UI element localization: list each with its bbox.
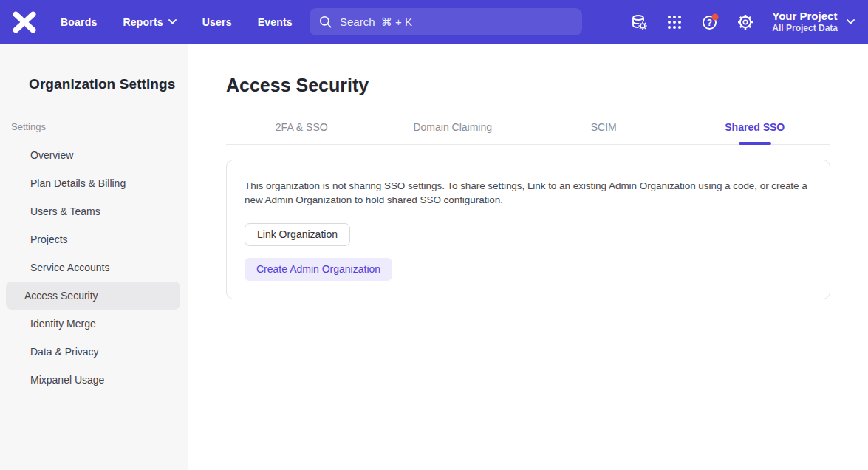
help-icon[interactable]: ? <box>701 13 719 31</box>
navbar-right-group: ? Your Project All Project Data <box>630 0 855 44</box>
sidebar-item-overview[interactable]: Overview <box>6 141 180 169</box>
sidebar-item-mixpanel-usage[interactable]: Mixpanel Usage <box>6 366 180 394</box>
sidebar-item-plan-details-billing[interactable]: Plan Details & Billing <box>6 169 180 197</box>
search-input[interactable] <box>340 16 573 28</box>
chevron-down-icon <box>847 19 855 24</box>
data-management-icon[interactable] <box>630 13 648 31</box>
sidebar-item-identity-merge[interactable]: Identity Merge <box>6 310 180 338</box>
sidebar-item-service-accounts[interactable]: Service Accounts <box>6 253 180 282</box>
sidebar-nav: Overview Plan Details & Billing Users & … <box>0 141 188 394</box>
nav-events[interactable]: Events <box>258 16 293 28</box>
search-icon <box>318 15 332 29</box>
settings-sidebar: Organization Settings Settings Overview … <box>0 44 188 470</box>
project-selector[interactable]: Your Project All Project Data <box>772 10 855 33</box>
project-scope: All Project Data <box>772 23 838 33</box>
sidebar-section-label: Settings <box>11 121 188 132</box>
sidebar-item-data-privacy[interactable]: Data & Privacy <box>6 338 180 366</box>
sidebar-item-users-teams[interactable]: Users & Teams <box>6 197 180 225</box>
link-organization-button[interactable]: Link Organization <box>245 223 350 246</box>
tab-scim[interactable]: SCIM <box>528 121 680 144</box>
nav-reports[interactable]: Reports <box>123 16 176 28</box>
main-content: Access Security 2FA & SSO Domain Claimin… <box>188 44 868 470</box>
nav-boards-label: Boards <box>61 16 97 28</box>
shared-sso-card: This organization is not sharing SSO set… <box>226 160 830 299</box>
top-navbar: Boards Reports Users Events <box>0 0 868 44</box>
svg-text:?: ? <box>707 17 712 27</box>
settings-gear-icon[interactable] <box>737 13 754 31</box>
nav-boards[interactable]: Boards <box>61 16 97 28</box>
tab-bar: 2FA & SSO Domain Claiming SCIM Shared SS… <box>226 121 830 145</box>
mixpanel-logo-icon[interactable] <box>12 10 37 35</box>
sidebar-item-access-security[interactable]: Access Security <box>6 282 180 310</box>
page-title: Access Security <box>226 75 831 96</box>
nav-events-label: Events <box>258 16 293 28</box>
tab-domain-claiming[interactable]: Domain Claiming <box>377 121 529 144</box>
tab-2fa-sso[interactable]: 2FA & SSO <box>226 121 377 144</box>
project-name: Your Project <box>772 10 838 23</box>
global-search[interactable] <box>310 8 582 35</box>
notification-dot <box>712 13 719 20</box>
sidebar-item-projects[interactable]: Projects <box>6 225 180 253</box>
chevron-down-icon <box>168 19 177 24</box>
apps-grid-icon[interactable] <box>666 13 683 31</box>
shared-sso-description: This organization is not sharing SSO set… <box>245 179 807 207</box>
nav-users-label: Users <box>202 16 232 28</box>
primary-nav: Boards Reports Users Events <box>61 16 293 28</box>
sidebar-title: Organization Settings <box>29 76 188 92</box>
tab-shared-sso[interactable]: Shared SSO <box>680 121 831 144</box>
create-admin-organization-button[interactable]: Create Admin Organization <box>245 258 392 281</box>
nav-reports-label: Reports <box>123 16 163 28</box>
nav-users[interactable]: Users <box>202 16 232 28</box>
